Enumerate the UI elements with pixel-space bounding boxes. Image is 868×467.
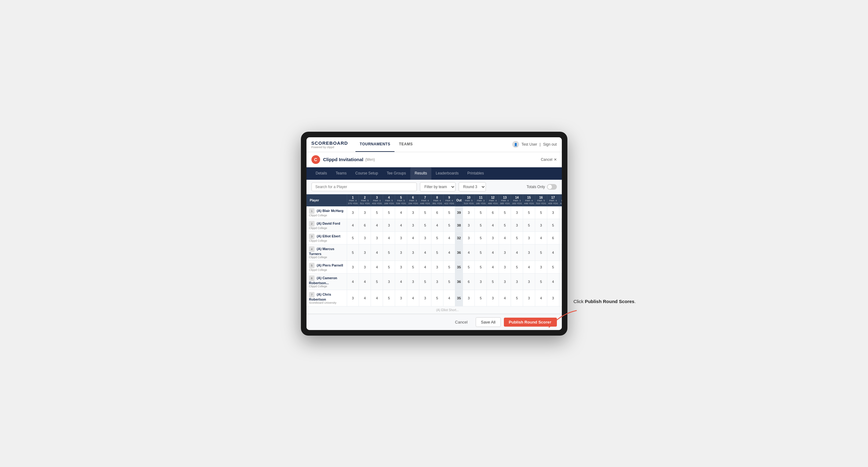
hole-13-score[interactable]: 5 — [499, 219, 511, 231]
hole-4-score[interactable]: 5 — [383, 244, 395, 260]
hole-13-score[interactable]: 5 — [499, 206, 511, 219]
tab-course-setup[interactable]: Course Setup — [351, 167, 382, 180]
hole-4-score[interactable]: 5 — [383, 290, 395, 306]
hole-7-score[interactable]: 4 — [419, 244, 431, 260]
hole-12-score[interactable]: 3 — [487, 290, 499, 306]
hole-4-score[interactable]: 5 — [383, 260, 395, 273]
totals-toggle-switch[interactable] — [547, 184, 557, 190]
hole-4-score[interactable]: 3 — [383, 219, 395, 231]
hole-6-score[interactable]: 3 — [407, 244, 419, 260]
hole-14-score[interactable]: 5 — [511, 260, 523, 273]
hole-18-score[interactable]: 6 — [559, 260, 561, 273]
hole-1-score[interactable]: 5 — [347, 244, 359, 260]
hole-8-score[interactable]: 3 — [431, 273, 443, 290]
nav-tournaments[interactable]: TOURNAMENTS — [355, 137, 395, 152]
hole-16-score[interactable]: 5 — [535, 273, 547, 290]
cancel-tournament-button[interactable]: Cancel ✕ — [541, 157, 557, 162]
hole-5-score[interactable]: 3 — [395, 260, 407, 273]
hole-17-score[interactable]: 5 — [547, 219, 559, 231]
hole-2-score[interactable]: 4 — [359, 290, 371, 306]
hole-11-score[interactable]: 3 — [475, 273, 487, 290]
hole-11-score[interactable]: 5 — [475, 206, 487, 219]
hole-6-score[interactable]: 3 — [407, 206, 419, 219]
hole-5-score[interactable]: 3 — [395, 231, 407, 244]
hole-12-score[interactable]: 5 — [487, 273, 499, 290]
hole-10-score[interactable]: 3 — [463, 231, 475, 244]
hole-3-score[interactable]: 4 — [371, 290, 383, 306]
hole-15-score[interactable]: 5 — [523, 219, 535, 231]
hole-9-score[interactable]: 4 — [443, 290, 455, 306]
hole-11-score[interactable]: 5 — [475, 231, 487, 244]
hole-13-score[interactable]: 4 — [499, 290, 511, 306]
hole-9-score[interactable]: 4 — [443, 231, 455, 244]
hole-2-score[interactable]: 3 — [359, 244, 371, 260]
round-select[interactable]: Round 3 — [459, 182, 486, 191]
tab-results[interactable]: Results — [410, 167, 431, 180]
hole-3-score[interactable]: 4 — [371, 244, 383, 260]
hole-1-score[interactable]: 3 — [347, 290, 359, 306]
tab-leaderboards[interactable]: Leaderboards — [431, 167, 463, 180]
hole-5-score[interactable]: 3 — [395, 244, 407, 260]
hole-18-score[interactable]: 4 — [559, 219, 561, 231]
hole-15-score[interactable]: 5 — [523, 206, 535, 219]
hole-6-score[interactable]: 3 — [407, 273, 419, 290]
hole-17-score[interactable]: 5 — [547, 260, 559, 273]
hole-12-score[interactable]: 3 — [487, 231, 499, 244]
hole-1-score[interactable]: 3 — [347, 206, 359, 219]
hole-17-score[interactable]: 3 — [547, 206, 559, 219]
hole-16-score[interactable]: 3 — [535, 219, 547, 231]
hole-18-score[interactable]: 3 — [559, 206, 561, 219]
hole-9-score[interactable]: 5 — [443, 206, 455, 219]
hole-7-score[interactable]: 5 — [419, 206, 431, 219]
hole-3-score[interactable]: 3 — [371, 231, 383, 244]
hole-7-score[interactable]: 3 — [419, 290, 431, 306]
hole-5-score[interactable]: 4 — [395, 206, 407, 219]
hole-4-score[interactable]: 5 — [383, 206, 395, 219]
hole-1-score[interactable]: 5 — [347, 231, 359, 244]
hole-9-score[interactable]: 5 — [443, 273, 455, 290]
tab-details[interactable]: Details — [311, 167, 332, 180]
hole-11-score[interactable]: 5 — [475, 290, 487, 306]
hole-10-score[interactable]: 3 — [463, 290, 475, 306]
hole-13-score[interactable]: 3 — [499, 260, 511, 273]
hole-7-score[interactable]: 5 — [419, 219, 431, 231]
hole-18-score[interactable]: 5 — [559, 231, 561, 244]
hole-8-score[interactable]: 5 — [431, 244, 443, 260]
hole-10-score[interactable]: 4 — [463, 244, 475, 260]
hole-11-score[interactable]: 5 — [475, 244, 487, 260]
tab-teams[interactable]: Teams — [331, 167, 351, 180]
hole-12-score[interactable]: 6 — [487, 206, 499, 219]
hole-17-score[interactable]: 6 — [547, 231, 559, 244]
hole-2-score[interactable]: 4 — [359, 273, 371, 290]
hole-16-score[interactable]: 5 — [535, 244, 547, 260]
hole-1-score[interactable]: 4 — [347, 273, 359, 290]
hole-18-score[interactable]: 3 — [559, 244, 561, 260]
hole-8-score[interactable]: 5 — [431, 290, 443, 306]
hole-4-score[interactable]: 4 — [383, 231, 395, 244]
hole-8-score[interactable]: 3 — [431, 260, 443, 273]
hole-16-score[interactable]: 3 — [535, 260, 547, 273]
hole-18-score[interactable]: 3 — [559, 273, 561, 290]
filter-by-team-select[interactable]: Filter by team — [420, 182, 456, 191]
hole-17-score[interactable]: 4 — [547, 244, 559, 260]
hole-7-score[interactable]: 3 — [419, 231, 431, 244]
hole-11-score[interactable]: 5 — [475, 260, 487, 273]
hole-10-score[interactable]: 3 — [463, 206, 475, 219]
hole-14-score[interactable]: 5 — [511, 290, 523, 306]
hole-8-score[interactable]: 4 — [431, 219, 443, 231]
hole-13-score[interactable]: 3 — [499, 273, 511, 290]
hole-2-score[interactable]: 6 — [359, 219, 371, 231]
hole-9-score[interactable]: 5 — [443, 260, 455, 273]
hole-14-score[interactable]: 3 — [511, 219, 523, 231]
save-all-button[interactable]: Save All — [476, 317, 501, 327]
hole-11-score[interactable]: 5 — [475, 219, 487, 231]
hole-6-score[interactable]: 4 — [407, 290, 419, 306]
hole-6-score[interactable]: 5 — [407, 260, 419, 273]
hole-15-score[interactable]: 3 — [523, 244, 535, 260]
hole-1-score[interactable]: 4 — [347, 219, 359, 231]
hole-2-score[interactable]: 3 — [359, 231, 371, 244]
hole-1-score[interactable]: 3 — [347, 260, 359, 273]
hole-16-score[interactable]: 4 — [535, 231, 547, 244]
hole-3-score[interactable]: 4 — [371, 260, 383, 273]
hole-17-score[interactable]: 3 — [547, 290, 559, 306]
